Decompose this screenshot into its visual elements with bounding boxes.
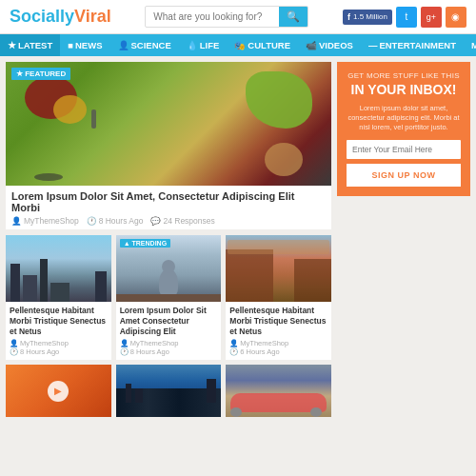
main-content: ★ FEATURED Lorem Ipsum Dolor Sit Amet, C… xyxy=(0,56,476,423)
social-buttons: f 1.5 Million t g+ ◉ xyxy=(343,7,466,28)
left-column: ★ FEATURED Lorem Ipsum Dolor Sit Amet, C… xyxy=(6,62,331,417)
life-icon: 💧 xyxy=(187,40,198,50)
grid-image-3 xyxy=(226,235,331,302)
featured-title[interactable]: Lorem Ipsum Dolor Sit Amet, Consectetur … xyxy=(11,190,326,213)
entertainment-label: ENTERTAINMENT xyxy=(379,40,456,50)
latest-label: LATEST xyxy=(18,40,52,50)
facebook-button[interactable]: f 1.5 Million xyxy=(343,10,392,25)
nav-item-culture[interactable]: 🎭 CULTURE xyxy=(227,34,298,56)
facebook-icon: f xyxy=(347,12,350,22)
grid-item-2: ▲ TRENDING Lorem Ipsum Dolor Sit Amet Co… xyxy=(116,235,222,360)
bottom-image-3 xyxy=(226,365,331,417)
grid-image-2: ▲ TRENDING xyxy=(116,235,222,302)
header: SociallyViral 🔍 f 1.5 Million t g+ ◉ xyxy=(0,0,476,34)
featured-image xyxy=(6,62,331,186)
news-label: NEWS xyxy=(75,40,103,50)
news-icon: ■ xyxy=(68,40,73,50)
right-column: GET MORE STUFF LIKE THIS IN YOUR INBOX! … xyxy=(337,62,470,417)
grid-caption-3: Pellentesque Habitant Morbi Tristique Se… xyxy=(226,302,331,360)
signup-main: IN YOUR INBOX! xyxy=(347,82,461,98)
article-grid: Pellentesque Habitant Morbi Tristique Se… xyxy=(6,235,331,360)
videos-label: VIDEOS xyxy=(319,40,353,50)
grid-title-3[interactable]: Pellentesque Habitant Morbi Tristique Se… xyxy=(229,306,327,337)
featured-block: ★ FEATURED Lorem Ipsum Dolor Sit Amet, C… xyxy=(6,62,331,229)
search-button[interactable]: 🔍 xyxy=(279,7,307,27)
videos-icon: 📹 xyxy=(306,40,317,50)
grid-caption-2: Lorem Ipsum Dolor Sit Amet Consectetur A… xyxy=(116,302,222,360)
featured-time: 🕐 8 Hours Ago xyxy=(87,216,144,226)
life-label: LIFE xyxy=(200,40,220,50)
signup-email-input[interactable] xyxy=(347,140,461,159)
clock-icon: 🕐 xyxy=(87,216,97,226)
googleplus-icon: g+ xyxy=(426,12,436,22)
science-icon: 👤 xyxy=(118,40,129,50)
search-form: 🔍 xyxy=(145,6,308,28)
featured-responses: 💬 24 Responses xyxy=(150,216,214,226)
grid-title-2[interactable]: Lorem Ipsum Dolor Sit Amet Consectetur A… xyxy=(120,306,218,337)
grid-meta-3: 👤MyThemeShop 🕐6 Hours Ago xyxy=(229,339,327,356)
bottom-grid: ▶ xyxy=(6,365,331,417)
bottom-image-2 xyxy=(116,365,222,417)
bottom-item-3 xyxy=(226,365,331,417)
grid-title-1[interactable]: Pellentesque Habitant Morbi Tristique Se… xyxy=(10,306,108,337)
signup-button[interactable]: SIGN UP NOW xyxy=(347,164,461,187)
meta-clock-icon-1: 🕐 xyxy=(10,347,18,356)
meta-clock-icon-3: 🕐 xyxy=(229,347,238,356)
nav-item-news[interactable]: ■ NEWS xyxy=(60,34,109,56)
nav-item-science[interactable]: 👤 SCIENCE xyxy=(110,34,179,56)
author-icon: 👤 xyxy=(11,216,22,226)
comment-icon: 💬 xyxy=(150,216,161,226)
grid-meta-2: 👤MyThemeShop 🕐8 Hours Ago xyxy=(120,339,218,356)
more-label: MORE xyxy=(471,40,476,50)
featured-badge: ★ FEATURED xyxy=(11,68,70,80)
twitter-icon: t xyxy=(406,11,408,22)
nav-item-videos[interactable]: 📹 VIDEOS xyxy=(298,34,361,56)
featured-author: 👤 MyThemeShop xyxy=(11,216,79,226)
meta-author-icon-1: 👤 xyxy=(10,339,18,347)
bottom-image-1: ▶ xyxy=(6,365,111,417)
trending-badge: ▲ TRENDING xyxy=(120,239,170,248)
science-label: SCIENCE xyxy=(131,40,171,50)
grid-meta-1: 👤MyThemeShop 🕐8 Hours Ago xyxy=(10,339,108,356)
culture-icon: 🎭 xyxy=(234,40,246,50)
grid-image-1 xyxy=(6,235,111,302)
googleplus-button[interactable]: g+ xyxy=(421,7,442,28)
rss-button[interactable]: ◉ xyxy=(446,7,466,28)
play-button[interactable]: ▶ xyxy=(48,381,69,402)
nav-item-more[interactable]: MORE ▼ xyxy=(464,34,476,56)
star-icon: ★ xyxy=(16,69,25,78)
culture-label: CULTURE xyxy=(248,40,290,50)
meta-clock-icon-2: 🕐 xyxy=(120,347,129,356)
signup-description: Lorem ipsum dolor sit amet, consectetur … xyxy=(347,104,461,132)
signup-headline: GET MORE STUFF LIKE THIS xyxy=(347,71,461,80)
nav-item-life[interactable]: 💧 LIFE xyxy=(179,34,228,56)
signup-box: GET MORE STUFF LIKE THIS IN YOUR INBOX! … xyxy=(337,62,470,196)
nav-item-latest[interactable]: ★ LATEST xyxy=(0,34,60,56)
bottom-item-2 xyxy=(116,365,222,417)
facebook-count: 1.5 Million xyxy=(353,12,387,21)
grid-item-1: Pellentesque Habitant Morbi Tristique Se… xyxy=(6,235,111,360)
meta-author-icon-2: 👤 xyxy=(120,339,129,347)
featured-caption: Lorem Ipsum Dolor Sit Amet, Consectetur … xyxy=(6,186,331,229)
logo[interactable]: SociallyViral xyxy=(10,7,111,27)
entertainment-icon: — xyxy=(368,40,378,50)
grid-caption-1: Pellentesque Habitant Morbi Tristique Se… xyxy=(6,302,111,360)
logo-socially: Socially xyxy=(10,7,74,26)
meta-author-icon-3: 👤 xyxy=(229,339,238,347)
nav-item-entertainment[interactable]: — ENTERTAINMENT xyxy=(361,34,464,56)
grid-item-3: Pellentesque Habitant Morbi Tristique Se… xyxy=(226,235,331,360)
featured-meta: 👤 MyThemeShop 🕐 8 Hours Ago 💬 24 Respons… xyxy=(11,216,326,226)
rss-icon: ◉ xyxy=(451,11,460,22)
search-input[interactable] xyxy=(146,8,279,26)
latest-icon: ★ xyxy=(8,40,16,50)
logo-viral: Viral xyxy=(74,7,111,26)
main-nav: ★ LATEST ■ NEWS 👤 SCIENCE 💧 LIFE 🎭 CULTU… xyxy=(0,34,476,56)
twitter-button[interactable]: t xyxy=(396,7,417,28)
bottom-item-1: ▶ xyxy=(6,365,111,417)
